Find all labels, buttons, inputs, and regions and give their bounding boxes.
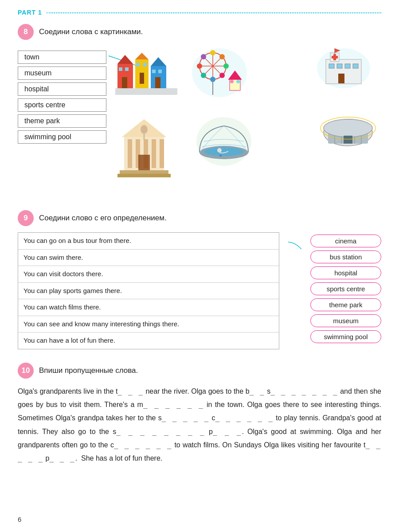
swimming-pool-image: ≈: [195, 115, 253, 168]
svg-point-33: [230, 80, 234, 83]
svg-marker-11: [151, 57, 166, 66]
pill-hospital: hospital: [310, 266, 381, 279]
svg-rect-14: [158, 70, 162, 73]
pill-sports-centre: sports centre: [310, 282, 381, 295]
svg-rect-3: [119, 67, 122, 71]
exercise-8-instruction: Соедини слова с картинками.: [39, 27, 143, 36]
svg-rect-7: [140, 73, 144, 84]
svg-rect-9: [143, 63, 147, 66]
museum-image: [115, 113, 173, 179]
town-buildings-image: [115, 51, 177, 95]
svg-rect-13: [152, 70, 156, 73]
svg-rect-8: [136, 63, 140, 66]
pill-cinema: cinema: [310, 235, 381, 247]
svg-point-72: [324, 119, 372, 137]
exercise-8-number: 8: [18, 24, 34, 40]
svg-point-29: [219, 73, 225, 78]
word-theme-park: theme park: [18, 114, 106, 128]
sentence-6: You can see and know many interesting th…: [18, 316, 279, 333]
svg-rect-54: [160, 139, 164, 168]
sentence-1: You can go on a bus tour from there.: [18, 233, 279, 250]
exercise-8-words: town museum hospital sports centre theme…: [18, 51, 106, 197]
svg-point-34: [236, 80, 240, 83]
exercise-9-sentences: You can go on a bus tour from there. You…: [18, 232, 279, 349]
exercise-8-header: 8 Соедини слова с картинками.: [18, 24, 381, 40]
part-label: PART 1: [18, 9, 42, 16]
pill-theme-park: theme park: [310, 298, 381, 311]
exercise-9-words: cinema bus station hospital sports centr…: [310, 232, 381, 349]
word-town: town: [18, 51, 106, 64]
svg-point-63: [217, 148, 222, 153]
svg-rect-42: [337, 64, 342, 68]
page-number: 6: [18, 516, 21, 523]
blank-5: _ _ _ _ _: [162, 414, 210, 422]
blank-8: _ _ _: [213, 427, 242, 436]
sentence-3: You can visit doctors there.: [18, 266, 279, 283]
blank-11: _ _ _: [50, 454, 75, 462]
hospital-image: [315, 46, 372, 90]
svg-rect-44: [353, 64, 358, 68]
svg-rect-50: [128, 139, 132, 168]
svg-rect-2: [122, 77, 127, 88]
exercise-9-instruction: Соедини слово с его определением.: [39, 214, 167, 223]
exercise-10-text: Olga's grandparents live in the t_ _ _ n…: [18, 385, 381, 466]
svg-point-25: [223, 63, 229, 69]
word-sports-centre: sports centre: [18, 98, 106, 112]
svg-point-62: [204, 147, 244, 156]
svg-point-26: [201, 54, 206, 59]
exercise-10-body: Olga's grandparents live in the t_ _ _ n…: [18, 385, 381, 466]
theme-park-image: [191, 46, 248, 99]
word-hospital: hospital: [18, 82, 106, 96]
blank-1: _ _ _: [117, 387, 144, 395]
svg-rect-59: [117, 174, 171, 177]
svg-rect-4: [125, 67, 129, 71]
exercise-10-instruction: Впиши пропущенные слова.: [39, 366, 138, 375]
blank-6: _ _ _ _ _ _: [215, 414, 274, 422]
part-dots-divider: [47, 12, 381, 13]
blank-7: _ _ _ _ _ _ _ _: [116, 427, 205, 436]
svg-rect-53: [152, 139, 156, 168]
svg-marker-6: [135, 53, 149, 59]
pill-museum: museum: [310, 314, 381, 327]
svg-rect-15: [115, 88, 177, 95]
pill-bus-station: bus station: [310, 250, 381, 263]
svg-rect-45: [338, 74, 344, 83]
exercise-10-header: 10 Впиши пропущенные слова.: [18, 363, 381, 379]
svg-point-24: [197, 63, 202, 69]
svg-rect-55: [138, 155, 150, 172]
exercise-8-images: ≈: [106, 46, 381, 197]
svg-text:≈: ≈: [219, 153, 222, 158]
exercise-10-number: 10: [18, 363, 34, 379]
svg-rect-58: [120, 170, 168, 174]
exercise-9-body: You can go on a bus tour from there. You…: [18, 232, 381, 349]
blank-2: _ _: [250, 387, 265, 395]
svg-marker-1: [117, 55, 133, 64]
part-header: PART 1: [18, 9, 381, 16]
sentence-2: You can swim there.: [18, 250, 279, 266]
sentence-7: You can have a lot of fun there.: [18, 332, 279, 349]
sentence-4: You can play sports games there.: [18, 283, 279, 300]
exercise-9-header: 9 Соедини слово с его определением.: [18, 210, 381, 226]
svg-rect-41: [329, 64, 334, 68]
svg-point-27: [219, 54, 225, 59]
svg-point-28: [201, 73, 206, 78]
sentence-5: You can watch films there.: [18, 299, 279, 316]
blank-9: _ _ _ _ _ _: [114, 441, 172, 449]
word-museum: museum: [18, 66, 106, 80]
blank-3: _ _ _ _ _ _ _: [270, 387, 338, 395]
pill-swimming-pool: swimming pool: [310, 330, 381, 343]
exercise-9-number: 9: [18, 210, 34, 226]
svg-rect-43: [345, 64, 350, 68]
ex9-connector: [288, 232, 301, 349]
sports-centre-image: [319, 104, 377, 157]
word-swimming-pool: swimming pool: [18, 130, 106, 144]
svg-point-22: [210, 50, 215, 55]
exercise-8-body: town museum hospital sports centre theme…: [18, 46, 381, 197]
blank-4: _ _ _ _ _ _: [143, 400, 204, 409]
svg-rect-40: [332, 56, 338, 59]
svg-point-56: [141, 125, 148, 134]
svg-rect-12: [155, 77, 160, 88]
